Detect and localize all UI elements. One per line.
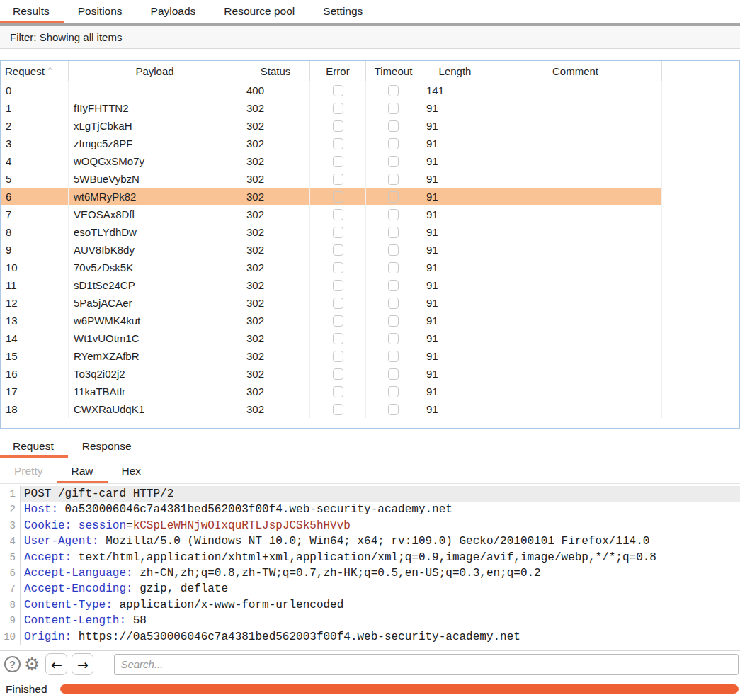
payload-cell: AUV8IbK8dy (69, 241, 241, 259)
comment-cell (489, 276, 662, 294)
error-checkbox[interactable] (333, 280, 343, 291)
error-checkbox[interactable] (333, 120, 343, 132)
column-header-error[interactable]: Error (310, 61, 366, 81)
column-header-payload[interactable]: Payload (69, 61, 241, 81)
tab-positions[interactable]: Positions (64, 0, 137, 23)
error-checkbox[interactable] (333, 404, 343, 415)
attack-progress-bar (60, 684, 739, 694)
timeout-checkbox[interactable] (388, 174, 399, 185)
table-row[interactable]: 4wOQGxSMo7y30291 (1, 152, 739, 170)
timeout-checkbox[interactable] (388, 103, 399, 114)
request-cell: 11 (1, 276, 69, 294)
tab-results[interactable]: Results (0, 0, 64, 23)
view-tab-raw[interactable]: Raw (57, 458, 107, 483)
payload-cell: 11kaTBAtlr (69, 383, 241, 400)
timeout-checkbox[interactable] (388, 368, 399, 380)
table-row[interactable]: 1fIIyFHTTN230291 (1, 99, 739, 117)
error-cell (310, 294, 366, 312)
table-row[interactable]: 9AUV8IbK8dy30291 (1, 241, 739, 259)
timeout-checkbox[interactable] (388, 351, 399, 362)
column-header-timeout[interactable]: Timeout (366, 61, 421, 81)
timeout-checkbox[interactable] (388, 85, 399, 96)
timeout-checkbox[interactable] (388, 280, 399, 291)
timeout-checkbox[interactable] (388, 315, 399, 327)
error-cell (310, 81, 366, 99)
status-cell: 302 (241, 365, 310, 383)
table-row[interactable]: 16To3q2i02j230291 (1, 365, 739, 383)
table-row[interactable]: 8esoTLYdhDw30291 (1, 223, 739, 241)
length-cell: 91 (421, 365, 489, 383)
view-tab-hex[interactable]: Hex (108, 458, 156, 483)
column-header-comment[interactable]: Comment (489, 61, 662, 81)
timeout-checkbox[interactable] (388, 298, 399, 309)
error-checkbox[interactable] (333, 315, 343, 327)
tab-settings[interactable]: Settings (309, 0, 377, 23)
error-checkbox[interactable] (333, 156, 343, 167)
error-checkbox[interactable] (333, 368, 343, 380)
error-checkbox[interactable] (333, 244, 343, 256)
table-row[interactable]: 7VEOSAx8Dfl30291 (1, 205, 739, 223)
table-row[interactable]: 55WBueVybzN30291 (1, 170, 739, 188)
timeout-checkbox[interactable] (388, 386, 399, 397)
status-cell: 302 (241, 312, 310, 329)
timeout-checkbox[interactable] (388, 156, 399, 167)
table-row[interactable]: 14Wt1vUOtm1C30291 (1, 329, 739, 347)
error-checkbox[interactable] (333, 262, 343, 273)
table-row[interactable]: 3zImgc5z8PF30291 (1, 135, 739, 152)
extra-cell (662, 170, 739, 188)
search-input[interactable] (114, 654, 739, 675)
tab-payloads[interactable]: Payloads (137, 0, 210, 23)
length-cell: 91 (421, 170, 489, 188)
error-checkbox[interactable] (333, 227, 343, 238)
table-row[interactable]: 1711kaTBAtlr30291 (1, 383, 739, 400)
view-tab-pretty[interactable]: Pretty (0, 458, 57, 483)
message-tab-response[interactable]: Response (68, 434, 146, 458)
table-row[interactable]: 13w6PWMK4kut30291 (1, 312, 739, 329)
table-row[interactable]: 1070v5zDsk5K30291 (1, 259, 739, 276)
timeout-checkbox[interactable] (388, 191, 399, 203)
filter-bar[interactable]: Filter: Showing all items (0, 23, 740, 49)
column-header-request[interactable]: Request^ (1, 61, 69, 81)
forward-button[interactable]: → (72, 653, 93, 675)
error-checkbox[interactable] (333, 191, 343, 203)
timeout-checkbox[interactable] (388, 262, 399, 273)
error-checkbox[interactable] (333, 138, 343, 149)
error-checkbox[interactable] (333, 386, 343, 397)
request-cell: 16 (1, 365, 69, 383)
table-row[interactable]: 18CWXRaUdqK130291 (1, 400, 739, 418)
error-checkbox[interactable] (333, 174, 343, 185)
error-checkbox[interactable] (333, 351, 343, 362)
length-cell: 91 (421, 259, 489, 276)
error-checkbox[interactable] (333, 209, 343, 220)
editor-toolbar: ? ⚙ ← → (0, 650, 740, 677)
table-row[interactable]: 2xLgTjCbkaH30291 (1, 117, 739, 135)
column-header-extra[interactable] (662, 61, 739, 81)
column-header-length[interactable]: Length (421, 61, 489, 81)
timeout-checkbox[interactable] (388, 120, 399, 132)
editor-line: 8Content-Type: application/x-www-form-ur… (0, 597, 740, 613)
column-header-status[interactable]: Status (241, 61, 310, 81)
gear-icon[interactable]: ⚙ (24, 655, 40, 673)
timeout-checkbox[interactable] (388, 227, 399, 238)
table-row[interactable]: 6wt6MRyPk8230291 (1, 188, 739, 205)
message-tab-request[interactable]: Request (0, 434, 68, 458)
help-icon[interactable]: ? (4, 656, 21, 672)
error-checkbox[interactable] (333, 103, 343, 114)
timeout-checkbox[interactable] (388, 138, 399, 149)
error-checkbox[interactable] (333, 333, 343, 344)
extra-cell (662, 383, 739, 400)
table-row[interactable]: 125Pa5jACAer30291 (1, 294, 739, 312)
back-button[interactable]: ← (45, 653, 67, 675)
table-row[interactable]: 0400141 (1, 81, 739, 99)
line-number: 10 (0, 629, 21, 645)
table-row[interactable]: 11sD1tSe24CP30291 (1, 276, 739, 294)
raw-request-editor[interactable]: 1POST /gift-card HTTP/22Host: 0a53000604… (0, 483, 740, 650)
timeout-checkbox[interactable] (388, 244, 399, 256)
table-row[interactable]: 15RYemXZAfbR30291 (1, 347, 739, 365)
error-checkbox[interactable] (333, 85, 343, 96)
timeout-checkbox[interactable] (388, 404, 399, 415)
timeout-checkbox[interactable] (388, 333, 399, 344)
tab-resource-pool[interactable]: Resource pool (210, 0, 309, 23)
timeout-checkbox[interactable] (388, 209, 399, 220)
error-checkbox[interactable] (333, 298, 343, 309)
